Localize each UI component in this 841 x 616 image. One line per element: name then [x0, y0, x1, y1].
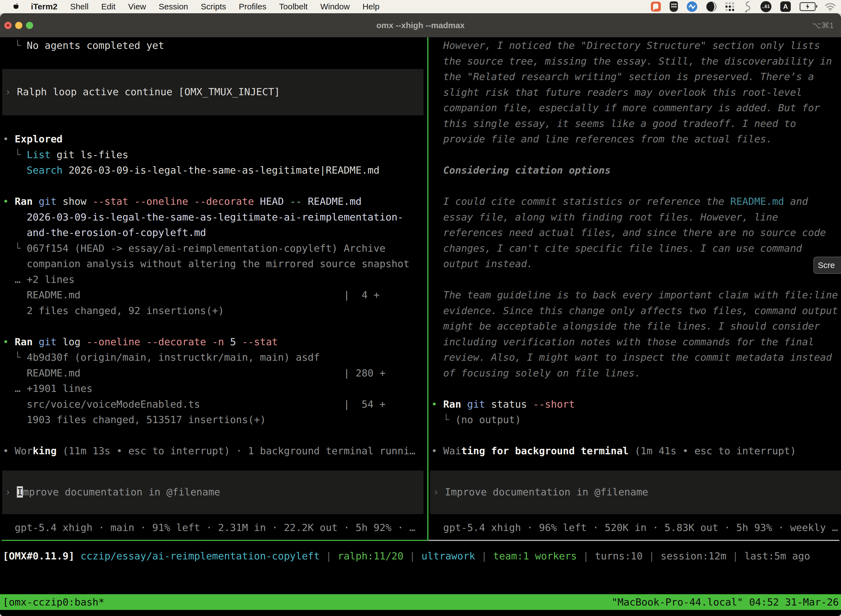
- text-segment: Ralph loop active continue [OMX_TMUX_INJ…: [17, 86, 280, 97]
- ralph-loop-banner: › Ralph loop active continue [OMX_TMUX_I…: [2, 69, 423, 115]
- text-segment: --oneline --decorate -n: [81, 336, 224, 348]
- terminal-line: └ 067f154 (HEAD -> essay/ai-reimplementa…: [3, 241, 427, 257]
- terminal-line: └ No agents completed yet: [3, 38, 427, 54]
- screen-tooltip-label: Scre: [818, 261, 835, 270]
- window-title: omx --xhigh --madmax: [0, 13, 841, 37]
- terminal-line: Considering citation options: [431, 163, 841, 178]
- terminal-line: [3, 116, 427, 132]
- terminal-line: [431, 147, 841, 163]
- terminal-line: 2026-03-09-is-legal-the-same-as-legitima…: [3, 210, 427, 225]
- text-segment: including verification notes with those …: [431, 336, 814, 348]
- text-segment: team:1 workers: [493, 550, 577, 562]
- text-segment: [3, 164, 27, 176]
- text-segment: --short: [527, 399, 575, 410]
- terminal-line: [431, 428, 841, 443]
- terminal-line: companion analysis without altering the …: [3, 256, 427, 272]
- right-pane-scrollback: However, I noticed the "Directory Struct…: [428, 38, 841, 459]
- text-segment: I: [17, 486, 23, 497]
- text-segment: the "Related research writing" section i…: [431, 71, 814, 82]
- menu-item-edit[interactable]: Edit: [101, 2, 116, 11]
- text-segment: src/voice/voiceModeEnabled.ts | 54 +: [3, 399, 385, 410]
- text-segment: git: [461, 399, 485, 410]
- terminal-line: [431, 381, 841, 397]
- text-segment: and: [784, 196, 808, 207]
- terminal-line: the "Related research writing" section i…: [431, 69, 841, 85]
- text-segment: 1903 files changed, 513517 insertions(+): [3, 414, 266, 425]
- text-segment: gpt-5.4 xhigh · main · 91% left · 2.31M …: [3, 522, 416, 533]
- text-segment: companion file, especially if more comme…: [431, 102, 820, 113]
- text-segment: status: [485, 399, 527, 410]
- text-segment: •: [431, 399, 443, 410]
- shield-icon[interactable]: [670, 1, 678, 12]
- text-segment: 2 files changed, 92 insertions(+): [3, 305, 224, 316]
- left-prompt-input[interactable]: › Improve documentation in @filename: [2, 471, 423, 514]
- menu-item-toolbelt[interactable]: Toolbelt: [279, 2, 308, 11]
- terminal-line: output instead.: [431, 256, 841, 272]
- text-segment: slight risk that future readers may over…: [431, 87, 802, 98]
- screen-tooltip: Scre: [813, 257, 841, 274]
- text-segment: of focusing solely on file lines.: [431, 367, 641, 378]
- moon-icon[interactable]: [706, 1, 716, 12]
- menu-item-profiles[interactable]: Profiles: [239, 2, 266, 11]
- terminal-line: … +1901 lines: [3, 381, 427, 397]
- tmux-host-clock: "MacBook-Pro-44.local" 04:52 31-Mar-26: [611, 596, 839, 608]
- menu-item-session[interactable]: Session: [159, 2, 188, 11]
- wifi-icon[interactable]: [825, 2, 836, 11]
- menu-bar: iTerm2 Shell Edit View Session Scripts P…: [0, 0, 841, 13]
- tmux-status-bar: [omx-cczip0:bash* "MacBook-Pro-44.local"…: [0, 594, 841, 610]
- terminal-line: review. Also, I might want to inspect th…: [431, 350, 841, 365]
- input-source-icon[interactable]: A: [780, 1, 791, 12]
- text-segment: However, I noticed the "Directory Struct…: [431, 40, 820, 51]
- text-segment: 5: [224, 336, 236, 348]
- text-segment: List: [27, 149, 51, 160]
- text-segment: evidence. Since this change only affects…: [431, 305, 838, 316]
- text-segment: Wor: [15, 445, 32, 456]
- badge-61-icon[interactable]: ..61: [760, 1, 771, 12]
- text-segment: --: [284, 196, 302, 207]
- omx-status-bar: [OMX#0.11.9] cczip/essay/ai-reimplementa…: [0, 549, 841, 564]
- text-segment: •: [3, 336, 15, 348]
- text-segment: show: [57, 196, 86, 207]
- menu-item-view[interactable]: View: [128, 2, 146, 11]
- chat-icon[interactable]: [651, 1, 661, 12]
- menu-item-shell[interactable]: Shell: [70, 2, 89, 11]
- window-shortcut-badge: ⌥⌘1: [812, 13, 834, 37]
- text-segment: last:5m ago: [744, 550, 810, 562]
- terminal-line: README.md | 280 +: [3, 365, 427, 381]
- battery-icon[interactable]: [800, 2, 816, 11]
- menu-item-scripts[interactable]: Scripts: [201, 2, 226, 11]
- dots-grid-icon[interactable]: [725, 2, 734, 11]
- text-segment: README.md | 280 +: [3, 367, 385, 378]
- right-prompt-input[interactable]: › Improve documentation in @filename: [430, 471, 841, 514]
- hook-icon[interactable]: [743, 1, 752, 12]
- pulse-icon[interactable]: [687, 1, 697, 12]
- text-segment: might be acceptable alongside the file l…: [431, 320, 820, 332]
- text-segment: └: [3, 243, 27, 254]
- terminal-line: • Explored: [3, 131, 427, 147]
- menu-item-window[interactable]: Window: [320, 2, 350, 11]
- terminal-line: [3, 54, 427, 69]
- text-segment: •: [3, 445, 15, 456]
- terminal: └ No agents completed yet• Explored └ Li…: [0, 37, 841, 616]
- terminal-line: The team guideline is to back every impo…: [431, 287, 841, 303]
- text-segment: review. Also, I might want to inspect th…: [431, 352, 832, 363]
- terminal-line: └ 4b9d30f (origin/main, instructkr/main,…: [3, 350, 427, 365]
- terminal-line: provide file and line references from th…: [431, 131, 841, 147]
- menu-item-help[interactable]: Help: [363, 2, 379, 11]
- iterm-window: omx --xhigh --madmax ⌥⌘1 └ No agents com…: [0, 13, 841, 616]
- apple-menu-icon[interactable]: [12, 2, 20, 11]
- text-segment: Search: [27, 164, 63, 176]
- right-pane-border: [428, 540, 840, 541]
- terminal-line: evidence. Since this change only affects…: [431, 303, 841, 319]
- terminal-line: README.md | 4 +: [3, 287, 427, 303]
- text-segment: (1m 41s • esc to interrupt): [629, 445, 796, 456]
- text-segment: README.md: [302, 196, 362, 207]
- terminal-line: • Waiting for background terminal (1m 41…: [431, 443, 841, 459]
- terminal-line: 2 files changed, 92 insertions(+): [3, 303, 427, 319]
- terminal-line: of focusing solely on file lines.: [431, 365, 841, 381]
- text-segment: Ran: [15, 196, 32, 207]
- badge-61-label: ..61: [762, 4, 770, 9]
- terminal-line: Search 2026-03-09-is-legal-the-same-as-l…: [3, 163, 427, 178]
- terminal-line: companion file, especially if more comme…: [431, 100, 841, 116]
- menu-item-app[interactable]: iTerm2: [31, 2, 57, 11]
